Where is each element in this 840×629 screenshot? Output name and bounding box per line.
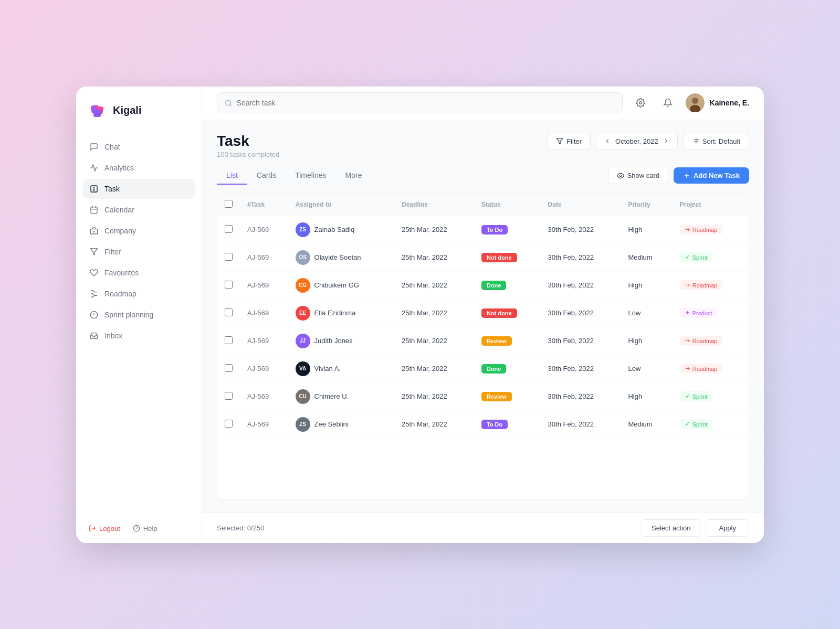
assignee-avatar: OS — [296, 250, 310, 265]
project-badge: ↪ Roadmap — [680, 364, 723, 374]
eye-icon — [617, 172, 624, 179]
table-row: AJ-569 ZS Zainab Sadiq 25th Mar, 2022 To… — [217, 216, 749, 243]
priority-cell: Medium — [621, 410, 672, 438]
sidebar-item-filter[interactable]: Filter — [82, 242, 195, 262]
svg-marker-14 — [90, 249, 97, 255]
search-box[interactable] — [217, 92, 623, 113]
bell-icon — [663, 98, 673, 108]
sidebar-item-chat[interactable]: Chat — [82, 137, 195, 157]
tab-cards[interactable]: Cards — [247, 167, 286, 185]
task-id: AJ-569 — [240, 271, 288, 299]
roadmap-icon — [90, 290, 98, 298]
select-all-checkbox[interactable] — [225, 200, 233, 208]
sort-button[interactable]: Sort: Default — [683, 133, 749, 150]
sidebar-item-favourites[interactable]: Favourites — [82, 263, 195, 283]
tabs-row: List Cards Timelines More Show ca — [217, 167, 749, 185]
row-checkbox[interactable] — [225, 225, 233, 233]
current-month: October, 2022 — [615, 137, 658, 145]
row-checkbox[interactable] — [225, 281, 233, 289]
next-month-button[interactable] — [663, 137, 670, 145]
analytics-icon — [90, 164, 98, 172]
date-cell: 30th Feb, 2022 — [541, 271, 621, 299]
project-badge: ↪ Roadmap — [680, 225, 723, 234]
sidebar-item-company[interactable]: Company — [82, 221, 195, 241]
sprint-icon — [90, 311, 98, 319]
sidebar-item-sprint-planning[interactable]: Sprint planning — [82, 305, 195, 325]
page-title: Task — [217, 133, 279, 150]
svg-rect-7 — [91, 207, 97, 213]
search-icon — [225, 99, 233, 107]
task-id: AJ-569 — [240, 382, 288, 410]
user-section[interactable]: Kainene, E. — [686, 93, 749, 112]
tab-list[interactable]: List — [217, 167, 247, 185]
assignee-name: Zainab Sadiq — [314, 226, 355, 233]
row-checkbox[interactable] — [225, 364, 233, 372]
row-checkbox[interactable] — [225, 253, 233, 261]
date-cell: 30th Feb, 2022 — [541, 216, 621, 243]
col-deadline: Deadline — [394, 194, 474, 216]
assignee-name: Chibuikem GG — [314, 281, 359, 289]
priority-cell: Low — [621, 355, 672, 382]
project-icon: ✦ — [685, 310, 690, 316]
selected-count: Selected: 0/250 — [217, 524, 264, 532]
help-label: Help — [143, 525, 158, 532]
select-action-button[interactable]: Select action — [640, 519, 701, 537]
tab-timelines[interactable]: Timelines — [286, 167, 335, 185]
assignee-name: Vivian A. — [314, 365, 341, 372]
sidebar-item-analytics[interactable]: Analytics — [82, 158, 195, 178]
tab-more[interactable]: More — [336, 167, 372, 185]
sidebar-item-inbox[interactable]: Inbox — [82, 326, 195, 346]
row-checkbox[interactable] — [225, 420, 233, 428]
col-date: Date — [541, 194, 621, 216]
content-header: Task 100 tasks completed Filter October,… — [217, 133, 749, 158]
task-id: AJ-569 — [240, 243, 288, 271]
sidebar-label-inbox: Inbox — [104, 332, 122, 340]
task-table: #Task Assigned to Deadline Status Date P… — [217, 193, 749, 500]
svg-point-23 — [639, 102, 642, 104]
row-checkbox[interactable] — [225, 308, 233, 316]
date-cell: 30th Feb, 2022 — [541, 327, 621, 355]
deadline-cell: 25th Mar, 2022 — [394, 216, 474, 243]
help-button[interactable]: Help — [133, 525, 158, 532]
deadline-cell: 25th Mar, 2022 — [394, 355, 474, 382]
page-title-section: Task 100 tasks completed — [217, 133, 279, 158]
assignee-cell: VA Vivian A. — [288, 355, 394, 382]
bottom-bar: Selected: 0/250 Select action Apply — [202, 513, 764, 543]
svg-point-25 — [692, 98, 698, 104]
col-task: #Task — [240, 194, 288, 216]
bottom-actions: Select action Apply — [640, 519, 749, 537]
project-icon: ↪ — [685, 365, 690, 372]
table-row: AJ-569 VA Vivian A. 25th Mar, 2022 Done … — [217, 355, 749, 382]
sidebar-label-analytics: Analytics — [104, 164, 134, 172]
search-input[interactable] — [237, 99, 615, 107]
sidebar-item-task[interactable]: Task — [82, 179, 195, 199]
table-row: AJ-569 EE Ella Ezidinma 25th Mar, 2022 N… — [217, 299, 749, 327]
status-badge: Not done — [481, 308, 517, 318]
table-row: AJ-569 CG Chibuikem GG 25th Mar, 2022 Do… — [217, 271, 749, 299]
assignee-avatar: JJ — [296, 334, 310, 348]
project-cell: ✦ Product — [673, 299, 749, 327]
project-cell: ✓ Sprint — [673, 382, 749, 410]
settings-button[interactable] — [631, 93, 650, 112]
notifications-button[interactable] — [658, 93, 677, 112]
sidebar-label-sprint: Sprint planning — [104, 311, 153, 319]
show-card-button[interactable]: Show card — [608, 167, 668, 184]
col-project: Project — [673, 194, 749, 216]
sidebar-label-company: Company — [104, 227, 136, 235]
logout-button[interactable]: Logout — [89, 525, 120, 532]
favourites-icon — [90, 269, 98, 277]
row-checkbox[interactable] — [225, 336, 233, 344]
app-name: Kigali — [113, 104, 141, 116]
prev-month-button[interactable] — [604, 137, 611, 145]
sidebar-label-task: Task — [104, 185, 120, 193]
avatar — [686, 93, 705, 112]
add-new-task-button[interactable]: Add New Task — [674, 167, 749, 184]
filter-button[interactable]: Filter — [547, 133, 591, 150]
deadline-cell: 25th Mar, 2022 — [394, 299, 474, 327]
logout-icon — [89, 525, 96, 532]
priority-cell: High — [621, 216, 672, 243]
sidebar-item-roadmap[interactable]: Roadmap — [82, 284, 195, 304]
row-checkbox[interactable] — [225, 392, 233, 400]
sidebar-item-calendar[interactable]: Calendar — [82, 200, 195, 220]
apply-button[interactable]: Apply — [706, 519, 749, 537]
